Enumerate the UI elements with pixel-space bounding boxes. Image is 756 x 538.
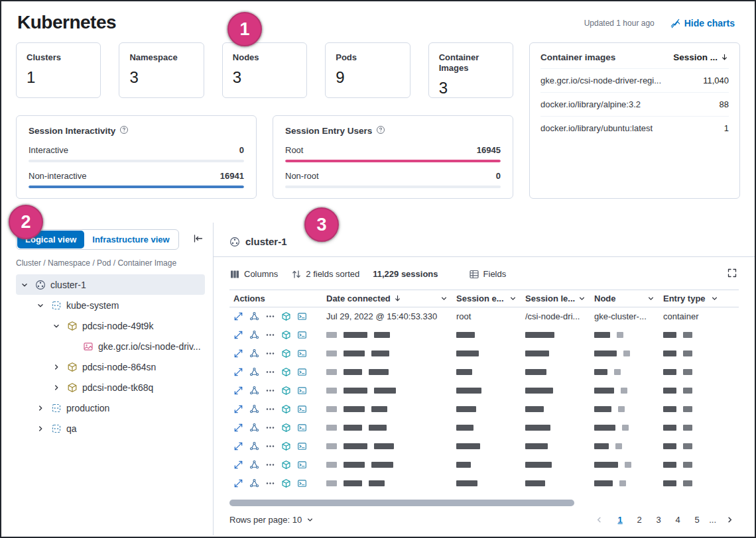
horizontal-scrollbar[interactable] bbox=[229, 500, 739, 505]
more-actions-icon[interactable] bbox=[263, 476, 277, 491]
analyze-event-icon[interactable] bbox=[247, 309, 261, 324]
terminal-icon[interactable] bbox=[294, 402, 309, 417]
chevron-right-icon[interactable] bbox=[52, 362, 62, 372]
session-row-redacted[interactable] bbox=[229, 456, 739, 474]
chevron-right-icon[interactable] bbox=[36, 424, 46, 433]
analyze-event-icon[interactable] bbox=[247, 384, 261, 398]
tree-item-cluster-1[interactable]: cluster-1 bbox=[16, 274, 205, 295]
chevron-right-icon[interactable] bbox=[52, 383, 62, 392]
more-actions-icon[interactable] bbox=[263, 347, 277, 361]
more-actions-icon[interactable] bbox=[263, 365, 277, 380]
container-package-icon[interactable] bbox=[279, 365, 293, 380]
analyze-event-icon[interactable] bbox=[247, 328, 261, 343]
session-count-sort-button[interactable]: Session ... bbox=[673, 52, 729, 62]
prev-page-button[interactable] bbox=[590, 514, 608, 525]
tree-item-qa[interactable]: qa bbox=[16, 418, 205, 439]
more-actions-icon[interactable] bbox=[263, 309, 277, 324]
rows-per-page-button[interactable]: Rows per page: 10 bbox=[229, 515, 314, 525]
container-package-icon[interactable] bbox=[279, 347, 293, 361]
container-package-icon[interactable] bbox=[279, 402, 293, 417]
more-actions-icon[interactable] bbox=[263, 439, 277, 454]
page-button-4[interactable]: 4 bbox=[670, 511, 685, 527]
tree-item-pdcsi-node-tk68q[interactable]: pdcsi-node-tk68q bbox=[16, 377, 205, 398]
session-row-redacted[interactable] bbox=[229, 437, 739, 456]
expand-session-icon[interactable] bbox=[231, 439, 245, 454]
expand-session-icon[interactable] bbox=[231, 384, 245, 398]
session-row-redacted[interactable] bbox=[229, 363, 739, 382]
tree-item-pdcsi-node-49t9k[interactable]: pdcsi-node-49t9k bbox=[16, 315, 205, 336]
terminal-icon[interactable] bbox=[294, 384, 309, 398]
session-row[interactable]: Jul 29, 2022 @ 15:40:53.330root/csi-node… bbox=[229, 307, 739, 326]
container-package-icon[interactable] bbox=[279, 384, 293, 398]
terminal-icon[interactable] bbox=[294, 365, 309, 380]
more-actions-icon[interactable] bbox=[263, 328, 277, 343]
more-actions-icon[interactable] bbox=[263, 458, 277, 472]
analyze-event-icon[interactable] bbox=[247, 439, 261, 454]
page-button-1[interactable]: 1 bbox=[613, 511, 627, 527]
collapse-panel-icon[interactable] bbox=[192, 232, 205, 247]
tree-item-production[interactable]: production bbox=[16, 398, 205, 418]
tree-item-kube-system[interactable]: kube-system bbox=[16, 295, 205, 315]
fields-button[interactable]: Fields bbox=[469, 269, 507, 280]
column-header-date-connected[interactable]: Date connected bbox=[322, 294, 452, 303]
analyze-event-icon[interactable] bbox=[247, 458, 261, 472]
page-button-5[interactable]: 5 bbox=[690, 511, 704, 527]
question-circle-icon[interactable] bbox=[376, 125, 385, 136]
container-package-icon[interactable] bbox=[279, 328, 293, 343]
hide-charts-button[interactable]: Hide charts bbox=[666, 17, 739, 29]
container-package-icon[interactable] bbox=[279, 476, 293, 491]
next-page-button[interactable] bbox=[721, 514, 739, 525]
analyze-event-icon[interactable] bbox=[247, 365, 261, 380]
session-row-redacted[interactable] bbox=[229, 400, 739, 419]
terminal-icon[interactable] bbox=[294, 458, 309, 472]
page-button-2[interactable]: 2 bbox=[632, 511, 647, 527]
session-row-redacted[interactable] bbox=[229, 474, 739, 493]
terminal-icon[interactable] bbox=[294, 309, 309, 324]
fullscreen-icon[interactable] bbox=[725, 266, 739, 282]
analyze-event-icon[interactable] bbox=[247, 476, 261, 491]
infrastructure-view-button[interactable]: Infrastructure view bbox=[84, 231, 177, 248]
chevron-down-icon[interactable] bbox=[52, 321, 62, 331]
expand-session-icon[interactable] bbox=[231, 421, 245, 435]
scrollbar-thumb[interactable] bbox=[229, 500, 574, 506]
expand-session-icon[interactable] bbox=[231, 309, 245, 324]
chevron-down-icon[interactable] bbox=[20, 280, 31, 290]
container-package-icon[interactable] bbox=[279, 309, 293, 324]
column-header-entry-type[interactable]: Entry type bbox=[659, 294, 723, 303]
column-header-session-le[interactable]: Session le... bbox=[521, 294, 590, 303]
question-circle-icon[interactable] bbox=[119, 125, 129, 136]
session-row-redacted[interactable] bbox=[229, 345, 739, 363]
column-header-node[interactable]: Node bbox=[590, 294, 659, 303]
terminal-icon[interactable] bbox=[294, 439, 309, 454]
tree-item-gke-gcr-io-csi-node-driv[interactable]: gke.gcr.io/csi-node-driv... bbox=[16, 336, 205, 356]
container-package-icon[interactable] bbox=[279, 458, 293, 472]
more-actions-icon[interactable] bbox=[263, 421, 277, 435]
analyze-event-icon[interactable] bbox=[247, 421, 261, 435]
expand-session-icon[interactable] bbox=[231, 365, 245, 380]
terminal-icon[interactable] bbox=[294, 347, 309, 361]
expand-session-icon[interactable] bbox=[231, 328, 245, 343]
container-package-icon[interactable] bbox=[279, 421, 293, 435]
expand-session-icon[interactable] bbox=[231, 402, 245, 417]
chevron-down-icon[interactable] bbox=[36, 301, 46, 310]
tree-item-pdcsi-node-864sn[interactable]: pdcsi-node-864sn bbox=[16, 356, 205, 377]
session-row-redacted[interactable] bbox=[229, 419, 739, 437]
terminal-icon[interactable] bbox=[294, 421, 309, 435]
sorted-fields-button[interactable]: 2 fields sorted bbox=[291, 269, 359, 280]
page-button-3[interactable]: 3 bbox=[651, 511, 666, 527]
terminal-icon[interactable] bbox=[294, 476, 309, 491]
chevron-right-icon[interactable] bbox=[36, 404, 46, 413]
expand-session-icon[interactable] bbox=[231, 458, 245, 472]
more-actions-icon[interactable] bbox=[263, 384, 277, 398]
columns-button[interactable]: Columns bbox=[229, 269, 278, 280]
analyze-event-icon[interactable] bbox=[247, 347, 261, 361]
session-row-redacted[interactable] bbox=[229, 382, 739, 400]
expand-session-icon[interactable] bbox=[231, 347, 245, 361]
session-row-redacted[interactable] bbox=[229, 326, 739, 345]
column-header-session-e[interactable]: Session e... bbox=[452, 294, 521, 303]
container-package-icon[interactable] bbox=[279, 439, 293, 454]
analyze-event-icon[interactable] bbox=[247, 402, 261, 417]
expand-session-icon[interactable] bbox=[231, 476, 245, 491]
terminal-icon[interactable] bbox=[294, 328, 309, 343]
more-actions-icon[interactable] bbox=[263, 402, 277, 417]
